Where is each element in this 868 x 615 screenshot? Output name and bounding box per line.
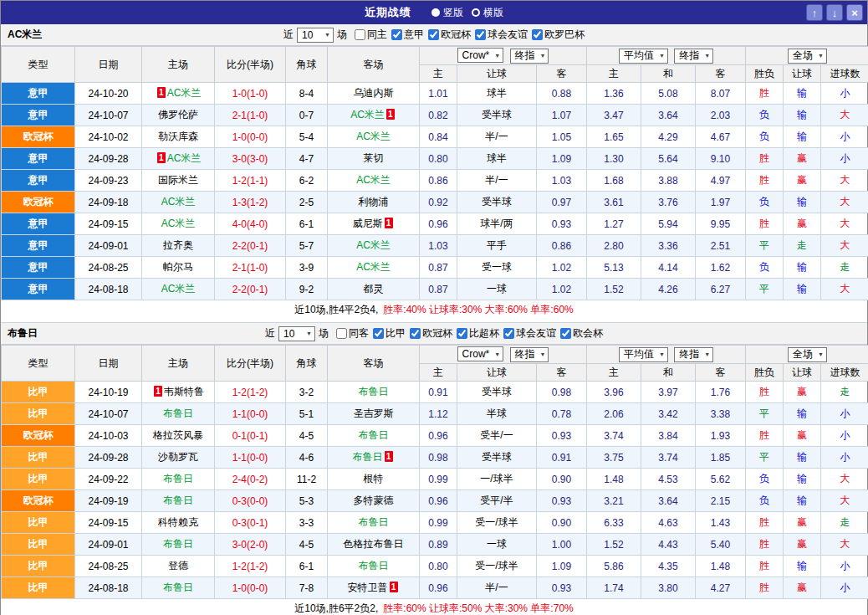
filter-checkbox[interactable] xyxy=(503,328,514,339)
subheader-odds-away: 客 xyxy=(537,65,587,83)
tracked-team-name[interactable]: AC米兰 xyxy=(161,196,196,208)
odds-stage-select[interactable]: 终指▼ xyxy=(510,347,549,362)
summary-record: 近10场,胜6平2负2, xyxy=(294,602,378,615)
home-team-cell: 科特赖克 xyxy=(142,512,215,534)
euro-stage-select[interactable]: 终指▼ xyxy=(674,49,713,64)
score-cell: 2-1(1-0) xyxy=(215,105,286,126)
tracked-team-name[interactable]: 布鲁日 xyxy=(359,516,389,528)
tracked-team-name[interactable]: AC米兰 xyxy=(161,218,196,229)
filter-checkbox[interactable] xyxy=(391,29,402,40)
league-filter[interactable]: 意甲 xyxy=(391,28,424,42)
close-button[interactable]: × xyxy=(846,4,863,21)
team-name[interactable]: 科特赖克 xyxy=(158,516,198,528)
league-filter[interactable]: 欧罗巴杯 xyxy=(532,28,585,42)
tracked-team-name[interactable]: AC米兰 xyxy=(356,174,391,186)
filter-checkbox[interactable] xyxy=(428,29,439,40)
corner-cell: 5-1 xyxy=(286,403,328,425)
tracked-team-name[interactable]: AC米兰 xyxy=(350,109,385,120)
tracked-team-name[interactable]: 布鲁日 xyxy=(163,582,193,593)
average-odds-select[interactable]: 平均值▼ xyxy=(619,49,668,64)
filter-checkbox[interactable] xyxy=(336,328,347,339)
odds-stage-select[interactable]: 终指▼ xyxy=(510,49,549,64)
tracked-team-name[interactable]: 布鲁日 xyxy=(163,495,193,506)
euro-stage-select[interactable]: 终指▼ xyxy=(674,347,713,362)
radio-label: 横版 xyxy=(483,6,503,20)
tracked-team-name[interactable]: 布鲁日 xyxy=(359,560,389,571)
league-filter[interactable]: 球会友谊 xyxy=(475,28,528,42)
scroll-down-button[interactable]: ↓ xyxy=(826,4,843,21)
team-name[interactable]: 都灵 xyxy=(364,283,384,295)
match-count-select[interactable]: 10▼ xyxy=(297,28,334,43)
tracked-team-name[interactable]: AC米兰 xyxy=(356,131,391,142)
bookmaker-select[interactable]: Crow*▼ xyxy=(457,346,504,361)
league-filter[interactable]: 欧会杯 xyxy=(560,326,603,341)
radio-vertical-layout[interactable]: 竖版 xyxy=(431,6,463,20)
filter-checkbox[interactable] xyxy=(410,328,421,339)
tracked-team-name[interactable]: AC米兰 xyxy=(356,261,391,273)
team-name[interactable]: 多特蒙德 xyxy=(354,495,394,506)
corner-cell: 5-7 xyxy=(286,235,328,257)
filter-checkbox[interactable] xyxy=(475,29,486,40)
team-name[interactable]: 拉齐奥 xyxy=(163,239,193,251)
league-filter[interactable]: 比超杯 xyxy=(457,326,499,341)
league-filter[interactable]: 同主 xyxy=(355,28,387,42)
team-name[interactable]: 安特卫普 xyxy=(348,582,388,593)
team-name[interactable]: 威尼斯 xyxy=(353,218,383,229)
team-name[interactable]: 韦斯特鲁 xyxy=(164,386,204,397)
scroll-up-button[interactable]: ↑ xyxy=(806,4,823,21)
full-match-select[interactable]: 全场▼ xyxy=(788,49,827,64)
league-filter-group: 同客比甲欧冠杯比超杯球会友谊欧会杯 xyxy=(332,326,603,341)
team-name[interactable]: 沙勒罗瓦 xyxy=(158,451,198,463)
tracked-team-name[interactable]: AC米兰 xyxy=(356,239,391,251)
team-name[interactable]: 根特 xyxy=(364,473,384,484)
away-team-cell: 乌迪内斯 xyxy=(328,83,420,105)
league-filter[interactable]: 欧冠杯 xyxy=(410,326,452,341)
team-name[interactable]: 勒沃库森 xyxy=(158,131,198,142)
avg-home-cell: 1.65 xyxy=(587,126,641,148)
euro-odds-group-header: 平均值▼ 终指▼ xyxy=(587,47,746,65)
team-name[interactable]: 圣吉罗斯 xyxy=(354,407,394,419)
team-name[interactable]: 登德 xyxy=(168,560,188,571)
team-name[interactable]: 国际米兰 xyxy=(158,174,198,186)
team-name[interactable]: 色格拉布鲁日 xyxy=(344,538,404,550)
team-name[interactable]: 乌迪内斯 xyxy=(354,87,394,99)
filter-checkbox[interactable] xyxy=(373,328,384,339)
result-wdl-cell: 胜 xyxy=(746,83,784,105)
team-name[interactable]: 佛罗伦萨 xyxy=(158,109,198,120)
filter-checkbox[interactable] xyxy=(532,29,543,40)
full-match-select[interactable]: 全场▼ xyxy=(788,347,827,362)
subheader-odds-home: 主 xyxy=(420,65,457,83)
league-filter[interactable]: 同客 xyxy=(336,326,369,341)
tracked-team-name[interactable]: AC米兰 xyxy=(167,87,202,99)
avg-home-cell: 1.68 xyxy=(587,170,641,192)
tracked-team-name[interactable]: 布鲁日 xyxy=(163,473,193,484)
handicap-cell: 受一/球半 xyxy=(457,556,537,577)
tracked-team-name[interactable]: AC米兰 xyxy=(167,152,202,164)
filter-checkbox[interactable] xyxy=(560,328,571,339)
average-odds-select[interactable]: 平均值▼ xyxy=(619,347,668,362)
avg-draw-cell: 3.84 xyxy=(641,425,696,447)
match-count-select[interactable]: 10▼ xyxy=(278,326,315,341)
radio-horizontal-layout[interactable]: 横版 xyxy=(472,6,503,20)
filter-checkbox[interactable] xyxy=(355,29,365,40)
league-filter[interactable]: 球会友谊 xyxy=(503,326,556,341)
team-name[interactable]: 帕尔马 xyxy=(163,261,193,273)
score-cell: 2-2(0-1) xyxy=(215,235,286,257)
bookmaker-select[interactable]: Crow*▼ xyxy=(457,48,504,63)
avg-away-cell: 4.97 xyxy=(696,170,746,192)
team-name[interactable]: 莱切 xyxy=(364,152,384,164)
tracked-team-name[interactable]: 布鲁日 xyxy=(163,538,193,550)
team-name[interactable]: 利物浦 xyxy=(359,196,389,208)
tracked-team-name[interactable]: 布鲁日 xyxy=(163,407,193,419)
tracked-team-name[interactable]: 布鲁日 xyxy=(353,451,383,463)
league-filter[interactable]: 比甲 xyxy=(373,326,406,341)
league-type-cell: 意甲 xyxy=(2,105,75,126)
filter-checkbox[interactable] xyxy=(457,328,467,339)
tracked-team-name[interactable]: AC米兰 xyxy=(161,283,196,295)
league-filter[interactable]: 欧冠杯 xyxy=(428,28,471,42)
team-name[interactable]: 格拉茨风暴 xyxy=(153,429,203,441)
tracked-team-name[interactable]: 布鲁日 xyxy=(359,429,389,441)
tracked-team-name[interactable]: 布鲁日 xyxy=(359,386,389,397)
results-table-body: 比甲24-10-191韦斯特鲁1-2(1-2)3-2布鲁日0.91受半球0.98… xyxy=(2,382,868,599)
avg-home-cell: 1.27 xyxy=(587,213,641,235)
